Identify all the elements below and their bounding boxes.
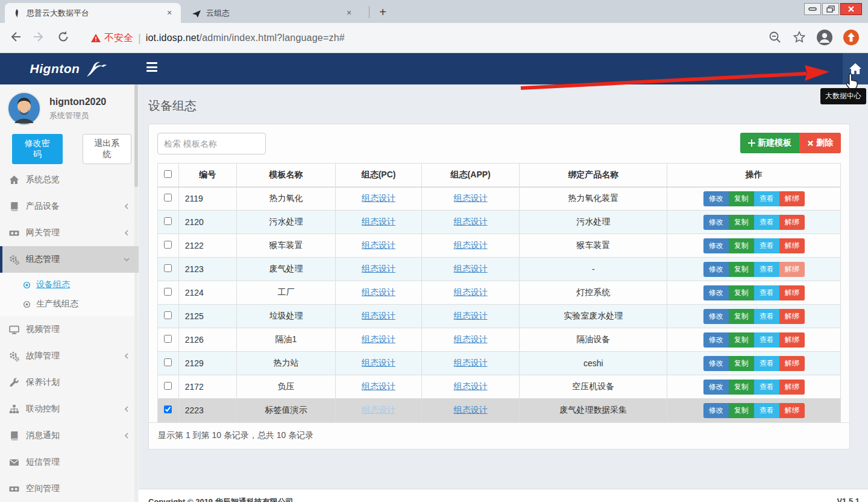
unbind-button[interactable]: 解绑 [779,191,805,206]
view-button[interactable]: 查看 [754,356,779,371]
edit-button[interactable]: 修改 [703,238,729,253]
unbind-button[interactable]: 解绑 [779,262,805,277]
pc-config-link[interactable]: 组态设计 [362,381,395,391]
edit-button[interactable]: 修改 [703,380,729,395]
row-checkbox[interactable] [164,382,172,390]
unbind-button[interactable]: 解绑 [779,332,805,348]
sidebar-subitem-0[interactable]: 设备组态 [0,275,139,294]
sidebar-item-6[interactable]: 保养计划 [0,369,139,396]
bookmark-star-icon[interactable] [792,30,807,47]
edit-button[interactable]: 修改 [703,332,729,348]
browser-tab-1[interactable]: 思普云大数据平台 × [5,3,181,23]
row-checkbox[interactable] [164,264,172,272]
copy-button[interactable]: 复制 [729,356,754,371]
sidebar-item-2[interactable]: 网关管理 [0,220,139,246]
copy-button[interactable]: 复制 [729,332,754,348]
app-config-link[interactable]: 组态设计 [454,381,488,391]
view-button[interactable]: 查看 [754,215,779,230]
view-button[interactable]: 查看 [754,403,779,418]
pc-config-link[interactable]: 组态设计 [362,240,395,250]
tab2-close-icon[interactable]: × [344,8,354,19]
app-config-link[interactable]: 组态设计 [454,405,488,415]
edit-button[interactable]: 修改 [703,356,729,371]
row-checkbox[interactable] [164,405,172,413]
sidebar-item-8[interactable]: 消息通知 [0,422,139,449]
sidebar-subitem-1[interactable]: 生产线组态 [0,294,139,314]
edit-button[interactable]: 修改 [703,262,729,277]
sidebar-item-1[interactable]: 产品设备 [0,193,139,220]
view-button[interactable]: 查看 [754,332,779,348]
unbind-button[interactable]: 解绑 [779,285,805,300]
reload-icon[interactable] [57,30,70,46]
row-checkbox[interactable] [164,311,172,319]
zoom-icon[interactable] [768,30,782,47]
copy-button[interactable]: 复制 [729,262,754,277]
unbind-button[interactable]: 解绑 [779,403,805,418]
row-checkbox[interactable] [164,194,172,202]
unbind-button[interactable]: 解绑 [779,238,805,253]
restore-button[interactable] [822,3,839,15]
row-checkbox[interactable] [164,217,172,225]
unbind-button[interactable]: 解绑 [779,309,805,324]
copy-button[interactable]: 复制 [729,215,754,230]
sidebar-item-0[interactable]: 系统总览 [0,167,139,193]
sidebar-item-9[interactable]: 短信管理 [0,449,139,475]
change-password-button[interactable]: 修改密码 [12,134,63,164]
new-template-button[interactable]: 新建模板 [740,133,799,153]
row-checkbox[interactable] [164,358,172,366]
copy-button[interactable]: 复制 [729,191,754,206]
delete-button[interactable]: 删除 [799,133,841,153]
tab1-close-icon[interactable]: × [164,8,175,19]
url-text[interactable]: iot.idosp.net/admin/index.html?language=… [146,33,345,43]
pc-config-link[interactable]: 组态设计 [362,264,395,273]
address-bar[interactable]: 不安全 | iot.idosp.net/admin/index.html?lan… [90,29,345,47]
pc-config-link[interactable]: 组态设计 [362,358,395,367]
edit-button[interactable]: 修改 [703,285,729,300]
app-config-link[interactable]: 组态设计 [454,193,488,203]
edit-button[interactable]: 修改 [703,191,729,206]
copy-button[interactable]: 复制 [729,380,754,395]
back-icon[interactable] [8,30,22,46]
profile-avatar-icon[interactable] [816,29,833,48]
pc-config-link[interactable]: 组态设计 [362,287,395,297]
minimize-button[interactable] [804,3,821,15]
unbind-button[interactable]: 解绑 [779,380,805,395]
pc-config-link[interactable]: 组态设计 [362,334,395,344]
copy-button[interactable]: 复制 [729,285,754,300]
app-config-link[interactable]: 组态设计 [454,217,488,226]
edit-button[interactable]: 修改 [703,403,729,418]
row-checkbox[interactable] [164,288,172,296]
new-tab-button[interactable]: + [375,5,391,21]
unbind-button[interactable]: 解绑 [779,356,805,371]
pc-config-link[interactable]: 组态设计 [362,405,395,415]
sidebar-item-10[interactable]: 空间管理 [0,475,139,502]
edit-button[interactable]: 修改 [703,215,729,230]
sidebar-item-5[interactable]: 故障管理 [0,343,139,369]
select-all-checkbox[interactable] [164,170,172,178]
app-config-link[interactable]: 组态设计 [454,311,488,320]
view-button[interactable]: 查看 [754,238,779,253]
browser-tab-2[interactable]: 云组态 × [184,3,360,23]
browser-update-icon[interactable] [843,29,860,48]
app-config-link[interactable]: 组态设计 [454,287,488,297]
view-button[interactable]: 查看 [754,285,779,300]
row-checkbox[interactable] [164,335,172,343]
app-config-link[interactable]: 组态设计 [454,240,488,250]
pc-config-link[interactable]: 组态设计 [362,311,395,320]
app-config-link[interactable]: 组态设计 [454,358,488,367]
pc-config-link[interactable]: 组态设计 [362,217,395,226]
not-secure-warning[interactable]: 不安全 [90,32,133,45]
app-config-link[interactable]: 组态设计 [454,264,488,273]
pc-config-link[interactable]: 组态设计 [362,193,395,203]
bigdata-home-button[interactable]: 大数据中心 [843,53,868,84]
forward-icon[interactable] [33,30,46,46]
sidebar-item-7[interactable]: 联动控制 [0,396,139,422]
row-checkbox[interactable] [164,241,172,249]
sidebar-item-3[interactable]: 组态管理 [0,246,139,273]
view-button[interactable]: 查看 [754,309,779,324]
copy-button[interactable]: 复制 [729,238,754,253]
search-input[interactable] [157,133,266,154]
view-button[interactable]: 查看 [754,262,779,277]
edit-button[interactable]: 修改 [703,309,729,324]
copy-button[interactable]: 复制 [729,403,754,418]
